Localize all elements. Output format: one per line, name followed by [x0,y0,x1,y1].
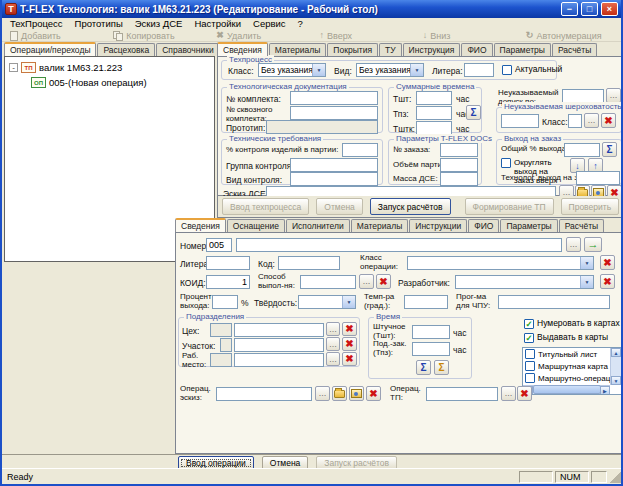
developer-combobox[interactable]: ▼ [455,275,594,289]
close-button[interactable]: × [601,2,618,16]
through-set-field[interactable] [290,106,378,120]
time-sum-button[interactable]: Σ [416,360,431,375]
list-item[interactable]: Титульный лист [523,348,621,360]
workplace-name-field[interactable] [234,353,324,367]
tab-process-materials[interactable]: Материалы [269,43,327,56]
total-pct-sum-button[interactable]: Σ [602,142,617,157]
roughness-class-field[interactable] [568,114,582,128]
section-name-field[interactable] [234,338,324,352]
hardness-combobox[interactable]: ▼ [298,295,356,309]
roughness-browse-button[interactable]: … [584,113,599,128]
op-sketch-image-button[interactable] [349,386,364,401]
scroll-down-icon[interactable]: ▼ [611,376,621,385]
menu-help[interactable]: ? [292,18,309,30]
tab-references[interactable]: Справочники [156,43,220,56]
tree-root-node[interactable]: - ТП валик 1М63.21.223 [5,60,214,75]
piece-time-field[interactable] [412,325,450,339]
roughness-clear-button[interactable]: ✖ [601,113,616,128]
tolerance-field[interactable] [562,89,604,103]
workplace-browse-button[interactable]: … [326,352,340,366]
tab-op-info[interactable]: Сведения [175,218,226,232]
minimize-button[interactable]: − [561,2,578,16]
koid-field[interactable] [206,275,250,289]
shop-code-field[interactable] [210,323,232,337]
tree-child-node[interactable]: ОП 005-(Новая операция) [5,75,214,90]
menu-sketch-dse[interactable]: Эскиз ДСЕ [129,18,189,30]
tab-operations-transitions[interactable]: Операции/переходы [4,42,96,56]
route-card-checkbox[interactable] [525,361,535,371]
maximize-button[interactable]: □ [581,2,598,16]
tolerance-browse-button[interactable]: … [606,88,621,103]
order-no-field[interactable] [440,143,478,157]
run-calculations-button[interactable]: Запуск расчётов [370,198,451,215]
add-button[interactable]: Добавить [2,31,105,41]
autonumber-button[interactable]: ↻Автонумерация [518,31,621,41]
set-no-field[interactable] [290,91,378,105]
tab-process-instruction[interactable]: Инструкция [403,43,461,56]
shop-browse-button[interactable]: … [326,322,340,336]
tab-op-instructions[interactable]: Инструкции [409,219,467,232]
tab-routing[interactable]: Расцеховка [97,43,155,56]
section-clear-button[interactable]: ✖ [342,337,357,351]
operation-browse-button[interactable]: … [566,237,581,252]
temp-field[interactable] [404,295,448,309]
tab-op-equipment[interactable]: Оснащение [227,219,285,232]
op-tp-clear-button[interactable]: ✖ [517,386,532,401]
list-item[interactable]: Маршрутно-операционная [523,372,621,384]
tab-op-calcs[interactable]: Расчёты [559,219,604,232]
section-code-field[interactable] [220,338,232,352]
shop-clear-button[interactable]: ✖ [342,322,357,336]
tab-process-calcs[interactable]: Расчёты [552,43,597,56]
menu-service[interactable]: Сервис [247,18,292,30]
menu-settings[interactable]: Настройки [188,18,247,30]
mass-field[interactable] [440,172,478,186]
operation-apply-button[interactable]: → [584,237,602,252]
move-up-button[interactable]: ↑Вверх [312,31,415,41]
op-class-clear-button[interactable]: ✖ [600,255,615,270]
chevron-down-icon[interactable]: ▼ [342,296,355,308]
op-tp-browse-button[interactable]: … [501,386,516,401]
tech-out-field[interactable] [576,171,620,185]
kind-combobox[interactable]: Без указания ▼ [356,63,424,77]
code-field[interactable] [278,256,340,270]
time-sum-alt-button[interactable]: Σ [434,360,449,375]
number-in-cards-checkbox[interactable]: ✓ [524,319,534,329]
class-combobox[interactable]: Без указания ▼ [258,63,326,77]
op-class-combobox[interactable]: ▼ [407,256,594,270]
tab-op-materials[interactable]: Материалы [351,219,409,232]
op-sketch-clear-button[interactable]: ✖ [366,386,381,401]
chevron-down-icon[interactable]: ▼ [410,64,423,76]
actual-checkbox-row[interactable]: Актуальный [502,65,562,75]
tab-process-info[interactable]: Сведения [217,42,268,56]
tab-op-fio[interactable]: ФИО [468,219,499,232]
actual-checkbox[interactable] [502,65,512,75]
litera-field[interactable] [464,63,494,77]
number-field[interactable] [206,238,232,252]
op-litera-field[interactable] [206,256,250,270]
tpz-field[interactable] [416,106,452,120]
tsht-field[interactable] [416,91,452,105]
total-pct-field[interactable] [564,143,600,157]
list-item[interactable]: Маршрутная карта [523,360,621,372]
tab-process-tu[interactable]: ТУ [379,43,402,56]
cards-listbox[interactable]: Титульный лист Маршрутная карта Маршрутн… [522,347,622,395]
number-in-cards-row[interactable]: ✓Нумеровать в картах [524,319,620,329]
delete-button[interactable]: ✖Удалить [208,31,311,41]
route-op-card-checkbox[interactable] [525,373,535,383]
developer-clear-button[interactable]: ✖ [600,274,615,289]
round-up-checkbox[interactable] [501,158,511,168]
tab-process-parameters[interactable]: Параметры [494,43,551,56]
section-browse-button[interactable]: … [326,337,340,351]
tshtk-field[interactable] [416,121,452,135]
scroll-up-icon[interactable]: ▲ [611,348,621,357]
method-clear-button[interactable]: ✖ [376,274,391,289]
workplace-code-field[interactable] [210,353,232,367]
chevron-down-icon[interactable]: ▼ [312,64,325,76]
copy-button[interactable]: Копировать [105,31,208,41]
tab-process-coatings[interactable]: Покрытия [327,43,378,56]
menu-techprocess[interactable]: ТехПроцесс [4,18,69,30]
control-kind-field[interactable] [290,172,378,186]
verify-button[interactable]: Проверить [561,198,620,215]
prototype-field[interactable] [266,120,378,134]
cnc-field[interactable] [498,295,610,309]
